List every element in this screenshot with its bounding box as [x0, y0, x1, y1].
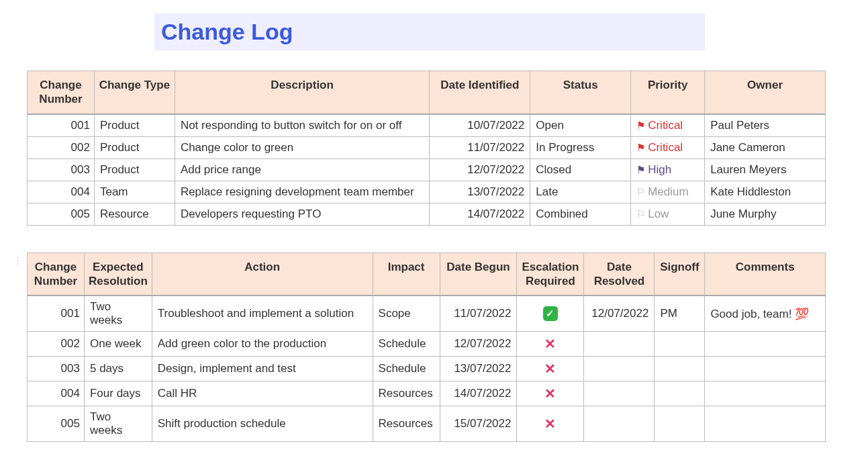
cell-status: Closed	[530, 158, 631, 181]
cross-icon: ✕	[544, 336, 556, 351]
cell-owner: Paul Peters	[705, 114, 826, 137]
col-priority: Priority	[631, 71, 705, 114]
cell-description: Add price range	[175, 158, 429, 181]
cell-action: Design, implement and test	[152, 357, 373, 381]
cell-owner: Jane Cameron	[705, 136, 826, 158]
cell-status: Open	[530, 114, 631, 137]
cell-signoff	[655, 357, 705, 381]
cell-change-number: 003	[28, 158, 95, 181]
cell-date-resolved	[584, 381, 655, 406]
cell-change-number: 002	[28, 332, 85, 357]
cross-icon: ✕	[544, 416, 556, 431]
cell-change-number: 003	[28, 357, 85, 381]
cell-expected-resolution: One week	[84, 332, 152, 357]
cell-comments	[705, 332, 826, 357]
cell-comments	[705, 406, 826, 442]
flag-icon: ⚐	[636, 208, 645, 220]
cell-action: Shift production schedule	[152, 406, 373, 442]
cell-date-resolved: 12/07/2022	[584, 296, 655, 332]
cell-priority: ⚑Critical	[631, 114, 705, 137]
col-signoff: Signoff	[655, 253, 705, 296]
table-row[interactable]: 002One weekAdd green color to the produc…	[28, 332, 826, 357]
cell-owner: Lauren Meyers	[705, 158, 826, 181]
cell-signoff	[655, 332, 705, 357]
cell-change-number: 004	[28, 381, 85, 406]
cell-date-begun: 15/07/2022	[440, 406, 517, 442]
col-escalation-required: Escalation Required	[517, 253, 584, 296]
table-row[interactable]: 005Two weeksShift production scheduleRes…	[28, 406, 826, 442]
table-row[interactable]: 005ResourceDevelopers requesting PTO14/0…	[28, 203, 826, 225]
table-row[interactable]: 001ProductNot responding to button switc…	[28, 114, 826, 137]
cell-change-type: Resource	[94, 203, 175, 225]
cell-change-number: 001	[28, 114, 95, 137]
check-icon: ✓	[543, 306, 558, 321]
cell-change-number: 005	[28, 203, 95, 225]
cell-expected-resolution: Four days	[84, 381, 152, 406]
cell-owner: Kate Hiddleston	[705, 181, 826, 203]
page-title: Change Log	[161, 19, 698, 45]
cross-icon: ✕	[544, 386, 556, 401]
cell-date-begun: 13/07/2022	[440, 357, 517, 381]
cell-priority: ⚑High	[631, 158, 705, 181]
priority-label: High	[648, 163, 671, 176]
flag-icon: ⚑	[636, 164, 645, 176]
cell-date-begun: 12/07/2022	[440, 332, 517, 357]
change-log-main-table: Change Number Change Type Description Da…	[27, 71, 826, 226]
col-status: Status	[530, 71, 631, 114]
cell-date-resolved	[584, 357, 655, 381]
cell-comments	[705, 381, 826, 406]
cell-priority: ⚐Low	[631, 203, 705, 225]
drag-handle-icon[interactable]: ⋮⋮	[13, 255, 32, 265]
flag-icon: ⚑	[636, 120, 645, 132]
priority-label: Critical	[648, 141, 683, 154]
cell-action: Call HR	[152, 381, 373, 406]
cell-description: Change color to green	[175, 136, 429, 158]
col-change-number-2: Change Number	[28, 253, 85, 296]
cell-date-begun: 11/07/2022	[440, 296, 517, 332]
cell-expected-resolution: Two weeks	[84, 406, 152, 442]
cell-date-identified: 12/07/2022	[430, 158, 530, 181]
col-owner: Owner	[705, 71, 826, 114]
table-row[interactable]: 0035 daysDesign, implement and testSched…	[28, 357, 826, 381]
cell-date-identified: 11/07/2022	[430, 136, 530, 158]
cell-escalation: ✓	[517, 296, 584, 332]
cell-change-number: 002	[28, 136, 95, 158]
priority-label: Low	[648, 208, 669, 220]
cell-status: In Progress	[530, 136, 631, 158]
cell-signoff: PM	[655, 296, 705, 332]
col-date-identified: Date Identified	[430, 71, 530, 114]
table-row[interactable]: 002ProductChange color to green11/07/202…	[28, 136, 826, 158]
cell-impact: Resources	[373, 406, 440, 442]
cell-priority: ⚑Critical	[631, 136, 705, 158]
cell-date-identified: 13/07/2022	[430, 181, 530, 203]
cell-change-type: Product	[94, 114, 175, 137]
cell-change-type: Product	[94, 136, 175, 158]
cell-change-number: 001	[28, 296, 85, 332]
table2-header-row: Change Number Expected Resolution Action…	[28, 253, 826, 296]
cell-escalation: ✕	[517, 381, 584, 406]
cell-status: Late	[530, 181, 631, 203]
priority-label: Critical	[648, 119, 683, 132]
cell-change-type: Product	[94, 158, 175, 181]
cell-change-number: 005	[28, 406, 85, 442]
col-change-type: Change Type	[94, 71, 175, 114]
cell-comments	[705, 357, 826, 381]
table-row[interactable]: 004TeamReplace resigning development tea…	[28, 181, 826, 203]
cell-signoff	[655, 406, 705, 442]
col-comments: Comments	[705, 253, 826, 296]
table-row[interactable]: 001Two weeksTroubleshoot and implement a…	[28, 296, 826, 332]
cell-description: Developers requesting PTO	[175, 203, 429, 225]
cell-escalation: ✕	[517, 406, 584, 442]
cell-expected-resolution: Two weeks	[84, 296, 152, 332]
table-row[interactable]: 004Four daysCall HRResources14/07/2022✕	[28, 381, 826, 406]
cell-action: Troubleshoot and implement a solution	[152, 296, 373, 332]
col-date-resolved: Date Resolved	[584, 253, 655, 296]
cell-change-number: 004	[28, 181, 95, 203]
cell-owner: June Murphy	[705, 203, 826, 225]
page-title-block: Change Log	[154, 13, 705, 50]
table-row[interactable]: 003ProductAdd price range12/07/2022Close…	[28, 158, 826, 181]
cell-status: Combined	[530, 203, 631, 225]
col-description: Description	[175, 71, 429, 114]
cell-date-resolved	[584, 406, 655, 442]
col-impact: Impact	[373, 253, 440, 296]
